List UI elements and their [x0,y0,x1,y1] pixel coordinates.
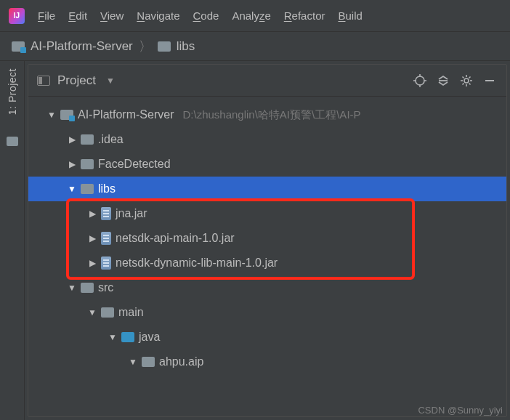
tool-window-bar: 1: Project [0,61,25,420]
tree-item-main[interactable]: ▼ main [28,300,506,325]
menu-analyze[interactable]: Analyze [232,9,270,22]
tree-item-src[interactable]: ▼ src [28,275,506,300]
folder-icon [158,41,171,52]
chevron-down-icon[interactable]: ▼ [68,184,76,194]
chevron-down-icon[interactable]: ▼ [68,283,76,293]
chevron-down-icon[interactable]: ▼ [129,357,137,367]
tree-label: FaceDetected [98,158,171,171]
menu-build[interactable]: Build [338,9,362,22]
tree-item-jar[interactable]: ▶ netsdk-dynamic-lib-main-1.0.jar [28,251,506,275]
minimize-icon[interactable] [482,73,498,89]
project-tool-tab[interactable]: 1: Project [7,68,18,115]
menu-code[interactable]: Code [193,9,219,22]
tree-label: ahpu.aip [159,355,203,368]
watermark: CSDN @Sunny_yiyi [418,405,503,416]
folder-icon [81,134,94,145]
project-tree: ▼ AI-Platform-Server D:\zhushanglin\哈特AI… [28,97,506,380]
tree-path: D:\zhushanglin\哈特AI预警\工程\AI-P [182,108,360,122]
menu-navigate[interactable]: Navigate [137,9,179,22]
svg-line-11 [463,76,464,78]
project-folder-icon [60,110,73,120]
source-folder-icon [121,332,134,342]
locate-icon[interactable] [412,73,428,89]
menu-refactor[interactable]: Refactor [284,9,325,22]
project-panel: Project ▼ ▼ AI-Platform-Server D:\zhusha… [28,64,507,417]
tree-label: java [139,331,160,344]
gear-icon[interactable] [458,73,474,89]
tree-item-idea[interactable]: ▶ .idea [28,127,506,152]
svg-point-6 [464,78,469,83]
project-folder-icon [12,41,25,52]
tree-item-package[interactable]: ▼ ahpu.aip [28,350,506,374]
svg-point-0 [416,76,424,85]
menu-view[interactable]: View [100,9,124,22]
breadcrumb-separator: 〉 [139,38,152,55]
tree-root[interactable]: ▼ AI-Platform-Server D:\zhushanglin\哈特AI… [28,102,506,127]
menu-file[interactable]: File [38,9,55,22]
chevron-right-icon[interactable]: ▶ [68,134,76,145]
tree-label: libs [98,182,116,195]
tree-item-libs[interactable]: ▼ libs [28,177,506,201]
tree-item-jar[interactable]: ▶ jna.jar [28,201,506,226]
panel-header: Project ▼ [28,65,506,97]
breadcrumb: AI-Platform-Server 〉 libs [0,32,510,61]
svg-line-13 [463,83,464,84]
jar-icon [101,257,111,270]
chevron-right-icon[interactable]: ▶ [88,209,97,219]
breadcrumb-child[interactable]: libs [177,39,195,54]
jar-icon [101,232,111,245]
tree-item-jar[interactable]: ▶ netsdk-api-main-1.0.jar [28,226,506,251]
svg-line-14 [469,76,471,78]
chevron-right-icon[interactable]: ▶ [68,159,76,169]
chevron-down-icon[interactable]: ▼ [106,76,115,86]
collapse-all-icon[interactable] [435,73,451,89]
panel-title[interactable]: Project [57,73,96,88]
chevron-down-icon[interactable]: ▼ [108,332,117,342]
package-icon [142,357,155,367]
menu-bar: IJ File Edit View Navigate Code Analyze … [0,0,510,32]
tree-label: .idea [98,133,124,146]
chevron-right-icon[interactable]: ▶ [88,258,97,268]
tree-label: netsdk-dynamic-lib-main-1.0.jar [116,257,278,270]
tool-window-icon [37,76,50,86]
tree-label: src [98,281,113,294]
structure-tool-icon[interactable] [7,137,18,146]
jar-icon [101,207,111,220]
tree-label: jna.jar [116,207,147,220]
breadcrumb-root[interactable]: AI-Platform-Server [31,39,133,54]
tree-label: AI-Platform-Server [78,108,174,121]
menu-edit[interactable]: Edit [68,9,87,22]
folder-icon [81,184,94,194]
chevron-right-icon[interactable]: ▶ [88,233,97,243]
app-icon: IJ [9,8,25,24]
folder-icon [81,159,94,169]
chevron-down-icon[interactable]: ▼ [47,110,56,120]
svg-line-12 [469,83,471,84]
tree-label: main [118,306,144,319]
tree-item-facedetected[interactable]: ▶ FaceDetected [28,152,506,177]
folder-icon [81,283,94,293]
tree-label: netsdk-api-main-1.0.jar [116,232,235,245]
chevron-down-icon[interactable]: ▼ [88,307,97,318]
folder-icon [101,307,114,318]
tree-item-java[interactable]: ▼ java [28,325,506,350]
